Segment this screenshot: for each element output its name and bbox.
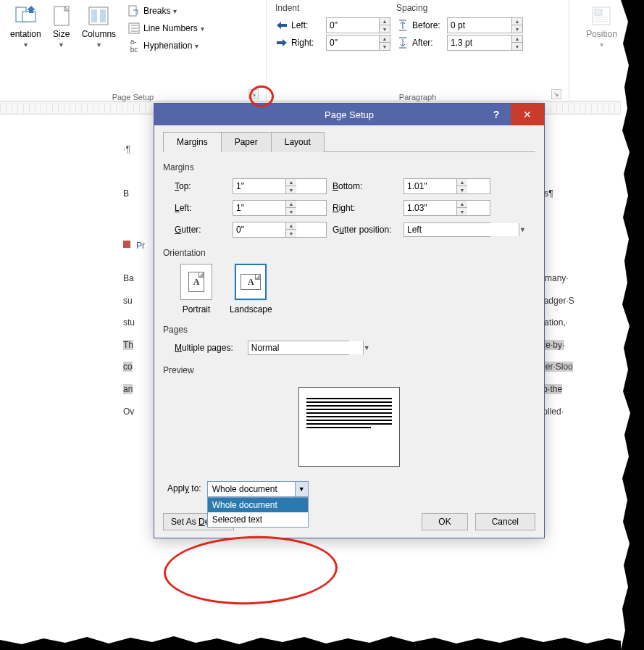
hyphenation-label: Hyphenation <box>143 41 192 51</box>
spacing-after-spinner[interactable]: ▲▼ <box>447 35 523 51</box>
indent-right-icon <box>275 36 288 49</box>
gutter-spinner[interactable]: ▲▼ <box>233 222 327 238</box>
torn-edge-right <box>621 0 644 650</box>
apply-to-combo[interactable]: Whole document▼ Whole document Selected … <box>207 481 309 497</box>
margin-left-spinner[interactable]: ▲▼ <box>233 200 327 216</box>
line-numbers-button[interactable]: Line Numbers ▾ <box>125 20 207 36</box>
indent-left-icon <box>275 19 288 32</box>
columns-icon <box>87 4 110 28</box>
tab-margins[interactable]: Margins <box>163 132 222 152</box>
margin-right-label: Right: <box>333 203 398 213</box>
multiple-pages-combo[interactable]: ▼ <box>248 341 349 355</box>
multiple-pages-label: Multiple pages: <box>175 343 233 353</box>
preview-section-label: Preview <box>163 365 535 375</box>
margin-bottom-label: Bottom: <box>333 181 398 191</box>
spacing-before-label: Before: <box>412 20 444 30</box>
margin-left-label: Left: <box>175 203 227 213</box>
size-icon <box>50 4 73 28</box>
dialog-title: Page Setup <box>325 109 374 120</box>
indent-header: Indent <box>275 3 390 16</box>
spacing-after-icon <box>396 36 409 49</box>
paragraph-dialog-launcher[interactable]: ↘ <box>551 89 561 99</box>
indent-right-label: Right: <box>291 38 323 48</box>
columns-label: Columns <box>82 29 116 39</box>
apply-to-option-selected[interactable]: Selected text <box>208 512 308 527</box>
orientation-section-label: Orientation <box>163 248 535 258</box>
margin-bottom-spinner[interactable]: ▲▼ <box>403 178 490 194</box>
margin-top-label: Top: <box>175 181 227 191</box>
apply-to-dropdown-list: Whole document Selected text <box>207 497 309 528</box>
margins-section-label: Margins <box>163 162 535 172</box>
position-button[interactable]: Position▾ <box>582 3 622 51</box>
breaks-icon <box>127 4 141 17</box>
pages-section-label: Pages <box>163 325 535 335</box>
orientation-label: entation <box>10 29 41 39</box>
indent-right-spinner[interactable]: ▲▼ <box>326 35 390 51</box>
ok-button[interactable]: OK <box>422 513 467 530</box>
spacing-header: Spacing <box>396 3 523 16</box>
breaks-label: Breaks <box>143 6 170 16</box>
svg-rect-12 <box>595 9 602 15</box>
svg-rect-5 <box>100 9 106 22</box>
page-setup-dialog: Page Setup ? ✕ Margins Paper Layout Marg… <box>154 103 545 538</box>
svg-rect-6 <box>129 6 136 16</box>
hyphenation-icon: a-bc <box>127 39 141 52</box>
orientation-button[interactable]: entation▾ <box>6 3 46 51</box>
tab-paper[interactable]: Paper <box>221 132 272 152</box>
position-icon <box>590 4 613 28</box>
margin-top-spinner[interactable]: ▲▼ <box>233 178 327 194</box>
breaks-button[interactable]: Breaks ▾ <box>125 3 207 19</box>
position-label: Position <box>586 29 617 39</box>
preview-page-thumb <box>298 387 400 467</box>
margin-right-spinner[interactable]: ▲▼ <box>403 200 490 216</box>
preview-area <box>163 381 535 481</box>
hyphenation-button[interactable]: a-bc Hyphenation ▾ <box>125 38 207 54</box>
apply-to-label: Apply to: <box>167 481 201 493</box>
ribbon: entation▾ Size▾ Columns▾ Breaks ▾ <box>0 0 644 101</box>
svg-rect-4 <box>91 9 97 22</box>
orientation-landscape[interactable]: A Landscape <box>230 264 272 314</box>
size-label: Size <box>53 29 70 39</box>
page-setup-dialog-launcher[interactable]: ↘ <box>248 89 259 99</box>
columns-button[interactable]: Columns▾ <box>78 3 120 51</box>
dialog-tabs: Margins Paper Layout <box>163 131 535 152</box>
dialog-close-button[interactable]: ✕ <box>511 104 544 125</box>
line-numbers-label: Line Numbers <box>143 23 198 33</box>
spacing-before-icon <box>396 19 409 32</box>
gutter-position-combo[interactable]: ▼ <box>403 222 490 237</box>
line-numbers-icon <box>127 22 141 35</box>
spacing-before-spinner[interactable]: ▲▼ <box>447 17 523 33</box>
dialog-titlebar[interactable]: Page Setup ? ✕ <box>154 104 544 125</box>
orientation-icon <box>14 4 37 28</box>
svg-rect-1 <box>22 12 35 22</box>
gutter-label: Gutter: <box>175 225 227 235</box>
torn-edge-bottom <box>0 634 644 650</box>
orientation-portrait[interactable]: A Portrait <box>180 264 212 314</box>
dialog-help-button[interactable]: ? <box>483 104 509 125</box>
gutter-position-label: Gutter position: <box>333 225 398 235</box>
size-button[interactable]: Size▾ <box>46 3 78 51</box>
indent-left-label: Left: <box>291 20 323 30</box>
spacing-after-label: After: <box>412 38 444 48</box>
cancel-button[interactable]: Cancel <box>475 513 535 530</box>
apply-to-option-whole[interactable]: Whole document <box>208 498 308 512</box>
tab-layout[interactable]: Layout <box>271 132 325 152</box>
indent-left-spinner[interactable]: ▲▼ <box>326 17 390 33</box>
